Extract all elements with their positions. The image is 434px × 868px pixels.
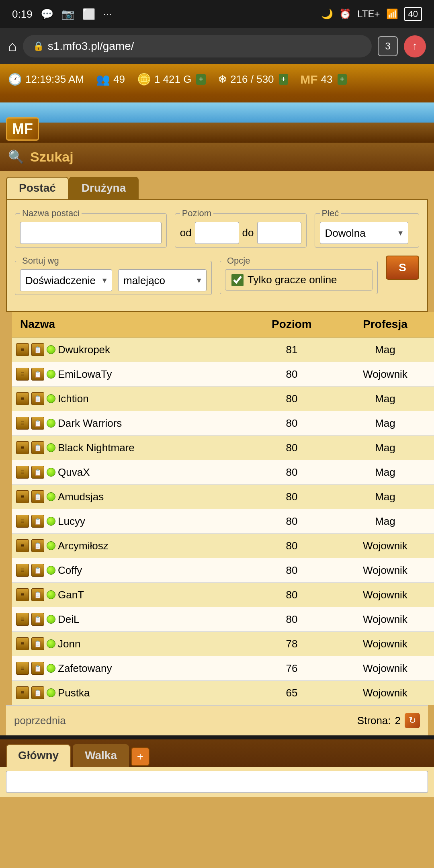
player-icon1[interactable]: ≡ <box>16 417 29 430</box>
player-icon2[interactable]: 📋 <box>31 417 44 430</box>
player-name[interactable]: GanT <box>58 589 84 601</box>
player-name-cell: ≡ 📋 QuvaX <box>12 460 247 485</box>
upload-button[interactable]: ↑ <box>404 35 426 57</box>
player-icon1[interactable]: ≡ <box>16 515 29 528</box>
player-icon2[interactable]: 📋 <box>31 588 44 601</box>
player-icon2[interactable]: 📋 <box>31 637 44 650</box>
player-icon1[interactable]: ≡ <box>16 343 29 356</box>
player-name[interactable]: Dark Warriors <box>58 417 122 430</box>
player-name-cell: ≡ 📋 Dwukropek <box>12 337 247 362</box>
player-icon2[interactable]: 📋 <box>31 343 44 356</box>
level-to-input[interactable] <box>257 222 301 244</box>
player-profession: Mag <box>336 387 434 411</box>
player-name[interactable]: Black Nightmare <box>58 442 135 454</box>
crystals-plus-btn[interactable]: + <box>279 74 289 85</box>
player-icon1[interactable]: ≡ <box>16 490 29 503</box>
table-row: ≡ 📋 Ichtion 80Mag <box>12 387 434 411</box>
online-dot <box>47 615 55 624</box>
player-name[interactable]: Ichtion <box>58 393 89 405</box>
tab-druzyna[interactable]: Drużyna <box>69 177 139 199</box>
player-icon2[interactable]: 📋 <box>31 686 44 699</box>
online-dot <box>47 664 55 673</box>
player-name[interactable]: QuvaX <box>58 466 90 479</box>
url-bar[interactable]: 🔒 s1.mfo3.pl/game/ <box>23 35 372 57</box>
player-icon1[interactable]: ≡ <box>16 686 29 699</box>
bottom-tab-battle[interactable]: Walka <box>73 744 129 767</box>
gold-plus-btn[interactable]: + <box>196 74 206 85</box>
tabs-row: Postać Drużyna <box>0 171 434 199</box>
player-icon2[interactable]: 📋 <box>31 392 44 405</box>
add-tab-button[interactable]: + <box>131 747 149 766</box>
player-profession: Wojownik <box>336 656 434 681</box>
player-icon1[interactable]: ≡ <box>16 588 29 601</box>
player-name[interactable]: EmiLowaTy <box>58 368 112 381</box>
player-name[interactable]: Amudsjas <box>58 491 104 503</box>
name-input[interactable] <box>20 222 162 244</box>
home-button[interactable]: ⌂ <box>8 38 17 55</box>
player-icon1[interactable]: ≡ <box>16 637 29 650</box>
player-name[interactable]: Arcymiłosz <box>58 540 108 552</box>
player-icon1[interactable]: ≡ <box>16 441 29 454</box>
bottom-tab-main[interactable]: Główny <box>6 744 71 767</box>
mf-plus-btn[interactable]: + <box>338 74 347 85</box>
sort-type-select[interactable]: Doświadczenie Poziom Nazwa <box>20 269 112 291</box>
player-icon1[interactable]: ≡ <box>16 392 29 405</box>
online-only-checkbox[interactable] <box>231 274 244 286</box>
player-icon1[interactable]: ≡ <box>16 613 29 626</box>
online-dot <box>47 468 55 477</box>
crystal-icon: ❄ <box>218 73 227 86</box>
table-header: Nazwa Poziom Profesja <box>12 312 434 337</box>
tab-postac[interactable]: Postać <box>6 177 69 199</box>
player-icon2[interactable]: 📋 <box>31 490 44 503</box>
options-label: Opcje <box>225 256 252 266</box>
player-name-cell: ≡ 📋 Pustka <box>12 681 247 705</box>
name-label: Nazwa postaci <box>20 208 82 219</box>
table-row: ≡ 📋 QuvaX 80Mag <box>12 460 434 485</box>
gender-select[interactable]: Dowolna <box>320 222 408 244</box>
player-icon2[interactable]: 📋 <box>31 662 44 675</box>
player-icon2[interactable]: 📋 <box>31 368 44 381</box>
tab-count[interactable]: 3 <box>378 36 398 56</box>
player-name[interactable]: Coffy <box>58 564 82 577</box>
prev-link[interactable]: poprzednia <box>14 714 66 727</box>
player-level: 80 <box>247 411 336 436</box>
player-name[interactable]: Jonn <box>58 638 80 650</box>
player-icon2[interactable]: 📋 <box>31 466 44 479</box>
player-icon2[interactable]: 📋 <box>31 539 44 552</box>
player-icon1[interactable]: ≡ <box>16 539 29 552</box>
battery-icon: 40 <box>404 7 422 21</box>
moon-icon: 🌙 <box>321 8 333 20</box>
bottom-tabs-row: Główny Walka + <box>0 739 434 767</box>
player-name[interactable]: DeiL <box>58 613 79 626</box>
sort-order-wrapper: malejąco rosnąco <box>118 269 207 291</box>
refresh-button[interactable]: ↻ <box>405 713 420 728</box>
player-name[interactable]: Dwukropek <box>58 344 110 356</box>
player-name[interactable]: Zafetowany <box>58 662 112 675</box>
banner-sky <box>0 102 434 123</box>
col-name: Nazwa <box>12 312 247 337</box>
player-icon1[interactable]: ≡ <box>16 466 29 479</box>
player-name[interactable]: Lucyy <box>58 515 85 528</box>
player-name-cell: ≡ 📋 Zafetowany <box>12 656 247 681</box>
page-label: Strona: <box>357 714 391 727</box>
players-icon: 👥 <box>96 73 110 86</box>
player-name[interactable]: Pustka <box>58 687 90 699</box>
player-icon2[interactable]: 📋 <box>31 515 44 528</box>
level-from-input[interactable] <box>195 222 239 244</box>
player-icon1[interactable]: ≡ <box>16 662 29 675</box>
clock-icon: 🕐 <box>8 73 22 86</box>
instagram-icon: 📷 <box>61 8 74 20</box>
player-icon2[interactable]: 📋 <box>31 564 44 577</box>
player-icon2[interactable]: 📋 <box>31 613 44 626</box>
table-row: ≡ 📋 Arcymiłosz 80Wojownik <box>12 534 434 558</box>
player-icon1[interactable]: ≡ <box>16 368 29 381</box>
player-name-cell: ≡ 📋 Jonn <box>12 632 247 656</box>
player-name-cell: ≡ 📋 Ichtion <box>12 387 247 411</box>
player-icon1[interactable]: ≡ <box>16 564 29 577</box>
status-left: 0:19 💬 📷 ⬜ ··· <box>12 8 112 20</box>
search-button[interactable]: S <box>386 256 419 280</box>
chat-input[interactable] <box>6 771 428 793</box>
sort-order-select[interactable]: malejąco rosnąco <box>118 269 207 291</box>
player-icon2[interactable]: 📋 <box>31 441 44 454</box>
player-profession: Wojownik <box>336 558 434 583</box>
